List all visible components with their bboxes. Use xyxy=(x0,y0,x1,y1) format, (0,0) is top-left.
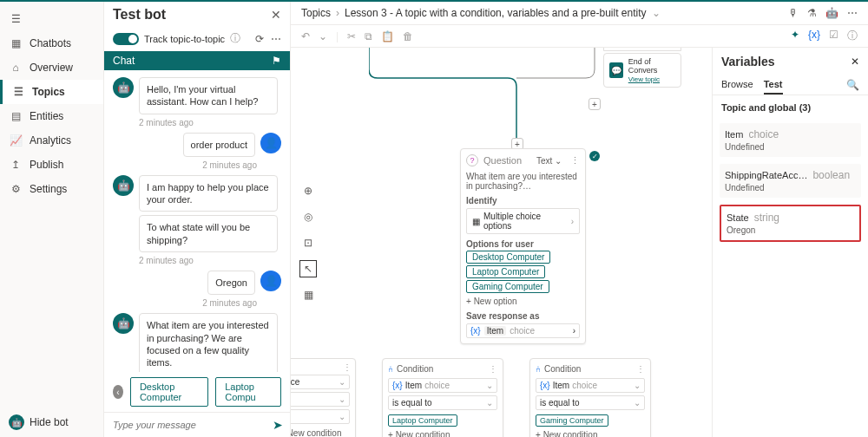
chat-input[interactable] xyxy=(111,419,267,431)
paste-button[interactable]: 📋 xyxy=(381,30,394,42)
node-type[interactable]: Text ⌄ xyxy=(536,156,562,166)
close-variables-button[interactable]: ✕ xyxy=(851,55,859,68)
bot-avatar: 🤖 xyxy=(113,313,134,334)
track-toggle[interactable] xyxy=(113,33,139,45)
question-node[interactable]: ?QuestionText ⌄⋮ What item are you inter… xyxy=(460,148,586,344)
save-response-field[interactable]: {x}Itemchoice› xyxy=(466,323,580,338)
timestamp: 2 minutes ago xyxy=(139,256,281,265)
nav-chatbots[interactable]: ▦Chatbots xyxy=(0,31,103,55)
flag-icon[interactable]: ⚑ xyxy=(272,55,281,67)
cut-button[interactable]: ✂ xyxy=(347,30,356,42)
condition-value[interactable]: Laptop Computer xyxy=(388,414,457,427)
nav-entities[interactable]: ▤Entities xyxy=(0,104,103,128)
option-chip[interactable]: Laptop Computer xyxy=(466,265,545,278)
close-test-button[interactable]: ✕ xyxy=(271,8,281,22)
bot-message: To what state will you be shipping? xyxy=(139,215,278,252)
condition-field[interactable]: {x}Item choice⌄ xyxy=(536,378,645,393)
nav-label: Overview xyxy=(30,62,73,74)
var-value: Oregon xyxy=(727,225,854,235)
hide-bot-button[interactable]: 🤖Hide bot xyxy=(0,408,103,437)
node-more[interactable]: ⋮ xyxy=(636,364,645,374)
publish-icon: ↥ xyxy=(9,158,23,172)
zoom-reset-button[interactable]: ◎ xyxy=(299,208,317,225)
editor-toolbar: ↶ ⌄ | ✂ ⧉ 📋 🗑 ✦ {x} ☑ ⓘ xyxy=(291,25,868,48)
topic-checker-icon[interactable]: ☑ xyxy=(829,29,838,43)
search-variables-button[interactable]: 🔍 xyxy=(846,75,859,95)
wand-icon[interactable]: ✦ xyxy=(791,29,799,43)
info-icon[interactable]: ⓘ xyxy=(847,29,858,43)
variables-icon[interactable]: {x} xyxy=(808,29,820,43)
zoom-controls: ⊕ ◎ ⊡ ↖ ▦ xyxy=(299,48,317,437)
new-condition-button[interactable]: + New condition xyxy=(386,428,499,437)
identify-label: Identify xyxy=(466,196,580,205)
question-text[interactable]: What item are you interested in purchasi… xyxy=(466,172,580,191)
end-conversation-node[interactable]: 💬 End of ConversView topic xyxy=(603,53,681,88)
condition-node[interactable]: ⑃Condition⋮ {x}Item choice⌄ is equal to⌄… xyxy=(529,358,651,437)
variable-item[interactable]: Itemchoice Undefined xyxy=(720,123,861,157)
view-topic-link[interactable]: View topic xyxy=(628,75,660,83)
zoom-in-button[interactable]: ⊕ xyxy=(299,182,317,199)
option-chip[interactable]: Desktop Computer xyxy=(466,251,550,264)
condition-node[interactable]: ⑃Condition⋮ {x}Item choice⌄ is equal to⌄… xyxy=(382,358,503,437)
new-option-button[interactable]: + New option xyxy=(466,297,580,306)
nav-publish[interactable]: ↥Publish xyxy=(0,153,103,177)
hamburger-icon: ☰ xyxy=(9,12,23,26)
more-button[interactable]: ⋯ xyxy=(271,33,281,45)
node-more[interactable]: ⋮ xyxy=(570,155,580,166)
grid-icon: ▦ xyxy=(9,36,23,50)
nav-overview[interactable]: ⌂Overview xyxy=(0,55,103,80)
nav-label: Publish xyxy=(30,159,63,171)
test-bot-title: Test bot xyxy=(113,7,166,23)
identify-value: Multiple choice options xyxy=(483,212,568,231)
option-chip[interactable]: Gaming Computer xyxy=(466,280,549,293)
refresh-button[interactable]: ⟳ xyxy=(255,33,264,45)
condition-op[interactable]: is equal to⌄ xyxy=(536,395,645,410)
flask-icon[interactable]: ⚗ xyxy=(807,7,817,19)
node-check-icon: ✓ xyxy=(589,151,600,161)
chevron-down-icon[interactable]: ⌄ xyxy=(652,7,661,19)
test-bot-pane: Test bot ✕ Track topic-to-topic ⓘ ⟳ ⋯ Ch… xyxy=(104,2,291,437)
quick-reply[interactable]: Laptop Compu xyxy=(215,377,281,407)
redirect-node[interactable]: ↗Redirect xyxy=(603,48,681,51)
nav-settings[interactable]: ⚙Settings xyxy=(0,177,103,201)
breadcrumb-root[interactable]: Topics xyxy=(301,7,331,19)
undo-button[interactable]: ↶ xyxy=(301,30,310,42)
chat-body[interactable]: 🤖Hello, I'm your virtual assistant. How … xyxy=(104,70,290,372)
new-condition-button[interactable]: + New condition xyxy=(534,428,647,437)
condition-field[interactable]: {x}Item choice⌄ xyxy=(388,378,497,393)
minimap-button[interactable]: ▦ xyxy=(299,286,317,303)
variable-item[interactable]: ShippingRateAcc…boolean Undefined xyxy=(720,164,861,198)
chevron-icon: › xyxy=(571,217,574,226)
copy-button[interactable]: ⧉ xyxy=(365,30,372,42)
identify-field[interactable]: ▦Multiple choice options› xyxy=(466,208,580,234)
zoom-fit-button[interactable]: ⊡ xyxy=(299,234,317,251)
quick-reply[interactable]: Desktop Computer xyxy=(130,377,208,407)
info-icon[interactable]: ⓘ xyxy=(230,31,240,46)
cursor-button[interactable]: ↖ xyxy=(299,260,317,277)
delete-button[interactable]: 🗑 xyxy=(403,30,413,42)
tab-browse[interactable]: Browse xyxy=(721,75,753,95)
chat-input-row: ➤ xyxy=(104,412,290,437)
nav-label: Settings xyxy=(30,183,67,195)
hamburger-button[interactable]: ☰ xyxy=(0,7,103,31)
more-icon[interactable]: ⋯ xyxy=(847,7,858,19)
back-button[interactable]: ‹ xyxy=(113,385,123,399)
send-button[interactable]: ➤ xyxy=(273,418,283,432)
breadcrumb-title[interactable]: Lesson 3 - A topic with a condition, var… xyxy=(345,7,647,19)
analytics-icon: 📈 xyxy=(9,134,23,147)
variable-item-highlighted[interactable]: Statestring Oregon xyxy=(720,205,861,242)
node-more[interactable]: ⋮ xyxy=(489,364,497,374)
redo-dropdown[interactable]: ⌄ xyxy=(319,30,327,42)
tab-test[interactable]: Test xyxy=(764,75,783,95)
entities-icon: ▤ xyxy=(9,109,23,123)
bot-check-icon[interactable]: 🤖 xyxy=(825,7,838,19)
chat-header: Chat ⚑ xyxy=(104,51,290,70)
add-node-button[interactable]: + xyxy=(589,98,601,110)
mic-icon[interactable]: 🎙 xyxy=(788,7,799,19)
condition-op[interactable]: is equal to⌄ xyxy=(388,395,497,410)
track-label: Track topic-to-topic xyxy=(144,34,225,44)
nav-topics[interactable]: ☰Topics xyxy=(0,80,103,104)
condition-value[interactable]: Gaming Computer xyxy=(536,414,608,427)
nav-analytics[interactable]: 📈Analytics xyxy=(0,128,103,153)
authoring-canvas[interactable]: + ↗Redirect 💬 End of ConversView topic +… xyxy=(291,48,712,437)
